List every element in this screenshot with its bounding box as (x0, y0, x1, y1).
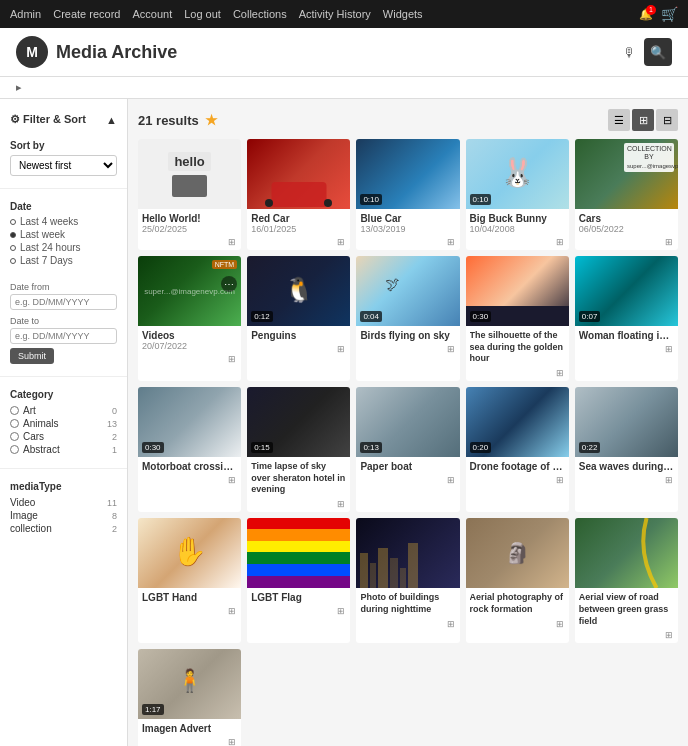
nav-collections[interactable]: Collections (233, 8, 287, 20)
card-blue-car[interactable]: 0:10 Blue Car 13/03/2019 ⊞ (356, 139, 459, 250)
card-action-waves[interactable]: ⊞ (664, 474, 674, 486)
category-art[interactable]: Art 0 (10, 404, 117, 417)
sort-select[interactable]: Newest firstOldest firstTitle A-ZTitle Z… (10, 155, 117, 176)
category-cars[interactable]: Cars 2 (10, 430, 117, 443)
card-action-hello-world[interactable]: ⊞ (227, 236, 237, 248)
nav-account[interactable]: Account (132, 8, 172, 20)
card-penguins[interactable]: 🐧 0:12 Penguins ⊞ (247, 256, 350, 381)
card-action-paper-boat[interactable]: ⊞ (446, 474, 456, 486)
category-abstract[interactable]: Abstract 1 (10, 443, 117, 456)
card-action-drone[interactable]: ⊞ (555, 474, 565, 486)
card-action-videos[interactable]: ⊞ (227, 353, 237, 365)
card-action-woman-pool[interactable]: ⊞ (664, 343, 674, 355)
card-action-blue-car[interactable]: ⊞ (446, 236, 456, 248)
duration-paper-boat: 0:13 (360, 442, 382, 453)
bell-icon[interactable]: 🔔 1 (639, 8, 653, 21)
card-footer-waves: ⊞ (575, 474, 678, 488)
list-view-toggle[interactable]: ☰ (608, 109, 630, 131)
mediatype-image[interactable]: Image 8 (10, 509, 117, 522)
card-bunny[interactable]: 🐰 0:10 Big Buck Bunny 10/04/2008 ⊞ (466, 139, 569, 250)
category-art-radio[interactable] (10, 406, 19, 415)
card-rock-formation[interactable]: 🗿 Aerial photography of rock formation ⊞ (466, 518, 569, 643)
card-action-aerial-road[interactable]: ⊞ (664, 629, 674, 641)
card-action-penguins[interactable]: ⊞ (336, 343, 346, 355)
nav-create-record[interactable]: Create record (53, 8, 120, 20)
card-info-lgbt-hand: LGBT Hand (138, 588, 241, 605)
card-footer-imagen-advert: ⊞ (138, 736, 241, 746)
mediatype-collection[interactable]: collection 2 (10, 522, 117, 535)
card-action-silhouette[interactable]: ⊞ (555, 367, 565, 379)
card-info-bunny: Big Buck Bunny 10/04/2008 (466, 209, 569, 236)
card-videos[interactable]: NFTM super...@imagenevp.com ⋯ Videos 20/… (138, 256, 241, 381)
nav-activity-history[interactable]: Activity History (299, 8, 371, 20)
card-waves[interactable]: 0:22 Sea waves during overcast ⊞ (575, 387, 678, 512)
date-last-4-weeks[interactable]: Last 4 weeks (10, 216, 117, 227)
card-action-lgbt-hand[interactable]: ⊞ (227, 605, 237, 617)
card-title-silhouette: The silhouette of the sea during the gol… (470, 330, 565, 365)
card-action-rock-formation[interactable]: ⊞ (555, 618, 565, 630)
card-action-imagen-advert[interactable]: ⊞ (227, 736, 237, 746)
thumb-drone: 0:20 (466, 387, 569, 457)
thumb-cars: COLLECTION BYsuper...@imagesvp.com (575, 139, 678, 209)
card-action-lgbt-flag[interactable]: ⊞ (336, 605, 346, 617)
card-buildings[interactable]: Photo of buildings during nighttime ⊞ (356, 518, 459, 643)
nav-admin[interactable]: Admin (10, 8, 41, 20)
thumb-blue-car: 0:10 (356, 139, 459, 209)
thumb-aerial-road (575, 518, 678, 588)
card-action-birds[interactable]: ⊞ (446, 343, 456, 355)
card-imagen-advert[interactable]: 🧍 1:17 Imagen Advert ⊞ (138, 649, 241, 746)
mic-button[interactable]: 🎙 (623, 45, 636, 60)
card-action-cars[interactable]: ⊞ (664, 236, 674, 248)
date-last-week[interactable]: Last week (10, 229, 117, 240)
card-silhouette[interactable]: 0:30 The silhouette of the sea during th… (466, 256, 569, 381)
date-last-24h[interactable]: Last 24 hours (10, 242, 117, 253)
card-date-hello-world: 25/02/2025 (142, 224, 237, 234)
search-button[interactable]: 🔍 (644, 38, 672, 66)
duration-penguins: 0:12 (251, 311, 273, 322)
card-hello-world[interactable]: hello Hello World! 25/02/2025 ⊞ (138, 139, 241, 250)
card-title-drone: Drone footage of islands (470, 461, 565, 472)
card-lgbt-hand[interactable]: ✋ LGBT Hand ⊞ (138, 518, 241, 643)
large-view-toggle[interactable]: ⊟ (656, 109, 678, 131)
date-from-input[interactable] (10, 294, 117, 310)
card-action-bridge[interactable]: ⊞ (227, 474, 237, 486)
cart-icon[interactable]: 🛒 (661, 6, 678, 22)
more-btn-videos[interactable]: ⋯ (221, 276, 237, 292)
card-action-red-car[interactable]: ⊞ (336, 236, 346, 248)
category-abstract-radio[interactable] (10, 445, 19, 454)
category-cars-radio[interactable] (10, 432, 19, 441)
nav-widgets[interactable]: Widgets (383, 8, 423, 20)
card-red-car[interactable]: Red Car 16/01/2025 ⊞ (247, 139, 350, 250)
card-cars[interactable]: COLLECTION BYsuper...@imagesvp.com Cars … (575, 139, 678, 250)
card-footer-paper-boat: ⊞ (356, 474, 459, 488)
date-to-input[interactable] (10, 328, 117, 344)
date-last-7-days[interactable]: Last 7 Days (10, 255, 117, 266)
nav-logout[interactable]: Log out (184, 8, 221, 20)
card-lgbt-flag[interactable]: LGBT Flag ⊞ (247, 518, 350, 643)
card-info-penguins: Penguins (247, 326, 350, 343)
card-bridge[interactable]: 0:30 Motorboat crossing a bridge ⊞ (138, 387, 241, 512)
submit-button[interactable]: Submit (10, 348, 54, 364)
card-aerial-road[interactable]: Aerial view of road between green grass … (575, 518, 678, 643)
card-woman-pool[interactable]: 0:07 Woman floating in the pool ⊞ (575, 256, 678, 381)
card-action-timelapse[interactable]: ⊞ (336, 498, 346, 510)
card-date-red-car: 16/01/2025 (251, 224, 346, 234)
category-animals[interactable]: Animals 13 (10, 417, 117, 430)
card-drone[interactable]: 0:20 Drone footage of islands ⊞ (466, 387, 569, 512)
card-info-waves: Sea waves during overcast (575, 457, 678, 474)
card-info-silhouette: The silhouette of the sea during the gol… (466, 326, 569, 367)
mediatype-video[interactable]: Video 11 (10, 496, 117, 509)
card-info-cars: Cars 06/05/2022 (575, 209, 678, 236)
grid-view-toggle[interactable]: ⊞ (632, 109, 654, 131)
thumb-bridge: 0:30 (138, 387, 241, 457)
card-action-bunny[interactable]: ⊞ (555, 236, 565, 248)
card-birds[interactable]: 🕊 0:04 Birds flying on sky ⊞ (356, 256, 459, 381)
star-icon[interactable]: ★ (205, 112, 218, 128)
card-paper-boat[interactable]: 0:13 Paper boat ⊞ (356, 387, 459, 512)
card-footer-hello-world: ⊞ (138, 236, 241, 250)
card-action-buildings[interactable]: ⊞ (446, 618, 456, 630)
card-timelapse[interactable]: 0:15 Time lapse of sky over sheraton hot… (247, 387, 350, 512)
filter-sort-header[interactable]: ⚙ Filter & Sort ▲ (0, 109, 127, 134)
category-animals-radio[interactable] (10, 419, 19, 428)
card-title-woman-pool: Woman floating in the pool (579, 330, 674, 341)
